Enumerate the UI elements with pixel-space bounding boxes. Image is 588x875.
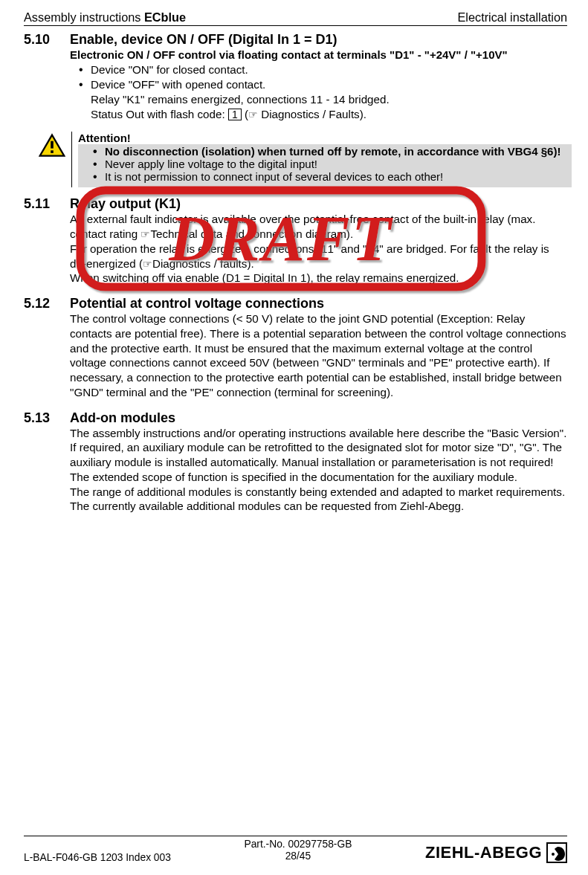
section-title: Relay output (K1) <box>70 196 181 212</box>
pointer-icon: ☞ <box>143 257 152 271</box>
svg-point-5 <box>552 853 555 856</box>
bullet-text: Device "OFF" with opened contact. <box>91 78 265 91</box>
section-body: An external fault indicator is available… <box>70 212 567 285</box>
list-item: Device "ON" for closed contact. <box>91 62 567 77</box>
section-heading: 5.13 Add-on modules <box>24 410 567 426</box>
text-fragment: Diagnostics / faults). <box>152 257 254 270</box>
header-right: Electrical installation <box>457 10 567 25</box>
section-body: The control voltage connections (< 50 V)… <box>70 311 567 400</box>
text-fragment: For operation the relay is energized, co… <box>70 242 549 270</box>
page-number: 28/45 <box>244 850 352 863</box>
warning-triangle-icon <box>39 133 65 158</box>
logo-icon <box>546 842 567 863</box>
section-subtitle: Electronic ON / OFF control via floating… <box>70 48 567 62</box>
text-fragment: Status Out with flash code: <box>91 108 228 120</box>
header-prefix: Assembly instructions <box>24 10 144 24</box>
attention-box: Attention! No disconnection (isolation) … <box>71 132 572 187</box>
pointer-icon: ☞ <box>248 108 258 121</box>
brand-text: ZIEHL-ABEGG <box>425 843 542 862</box>
section-heading: 5.10 Enable, device ON / OFF (Digital In… <box>24 32 567 48</box>
text-fragment: Part.-No. 00297758-GB <box>244 839 352 851</box>
footer-doc-code: L-BAL-F046-GB 1203 Index 003 <box>24 852 171 863</box>
attention-block: Attention! No disconnection (isolation) … <box>39 132 572 187</box>
boxed-number-icon: 1 <box>228 109 242 121</box>
bullet-subtext: Status Out with flash code: 1 (☞ Diagnos… <box>91 107 567 122</box>
paragraph: If required, an auxiliary module can be … <box>70 440 567 470</box>
list-item: Device "OFF" with opened contact. Relay … <box>91 77 567 121</box>
section-heading: 5.11 Relay output (K1) <box>24 196 567 212</box>
section-5-10: 5.10 Enable, device ON / OFF (Digital In… <box>24 32 567 121</box>
list-item: It is not permission to connect input of… <box>105 170 569 183</box>
brand-logo: ZIEHL-ABEGG <box>425 842 567 863</box>
section-title: Potential at control voltage connections <box>70 296 324 311</box>
section-5-13: 5.13 Add-on modules The assembly instruc… <box>24 410 567 514</box>
section-number: 5.12 <box>24 296 59 311</box>
bullet-subtext: Relay "K1" remains energized, connection… <box>91 92 567 107</box>
section-body: The assembly instructions and/or operati… <box>70 426 567 514</box>
section-heading: 5.12 Potential at control voltage connec… <box>24 296 567 311</box>
attention-title: Attention! <box>78 132 572 144</box>
paragraph: The range of additional modules is const… <box>70 485 567 514</box>
text-fragment: Diagnostics / Faults). <box>258 108 366 120</box>
header-product: ECblue <box>144 10 186 24</box>
section-number: 5.11 <box>24 196 59 212</box>
list-item: Never apply line voltage to the digital … <box>105 158 569 170</box>
pointer-icon: ☞ <box>140 227 150 241</box>
bullet-text: Device "ON" for closed contact. <box>91 63 248 76</box>
attention-body: No disconnection (isolation) when turned… <box>78 144 572 187</box>
paragraph: When switching off via enable (D1 = Digi… <box>70 271 567 285</box>
list-item: No disconnection (isolation) when turned… <box>105 145 569 158</box>
section-number: 5.10 <box>24 32 59 48</box>
svg-rect-2 <box>51 151 54 154</box>
page-header: Assembly instructions ECblue Electrical … <box>24 10 567 26</box>
page-footer: L-BAL-F046-GB 1203 Index 003 Part.-No. 0… <box>24 836 567 863</box>
section-title: Add-on modules <box>70 410 175 426</box>
paragraph: The extended scope of function is specif… <box>70 470 567 485</box>
footer-part-number: Part.-No. 00297758-GB 28/45 <box>244 839 352 863</box>
header-left: Assembly instructions ECblue <box>24 10 186 25</box>
bullet-list: Device "ON" for closed contact. Device "… <box>91 62 567 121</box>
section-title: Enable, device ON / OFF (Digital In 1 = … <box>70 32 337 48</box>
paragraph: The assembly instructions and/or operati… <box>70 426 567 441</box>
svg-rect-1 <box>51 141 54 149</box>
section-number: 5.13 <box>24 410 59 426</box>
section-5-12: 5.12 Potential at control voltage connec… <box>24 296 567 400</box>
text-fragment: Technical data and connection diagram). <box>150 227 353 240</box>
section-5-11: 5.11 Relay output (K1) An external fault… <box>24 196 567 285</box>
